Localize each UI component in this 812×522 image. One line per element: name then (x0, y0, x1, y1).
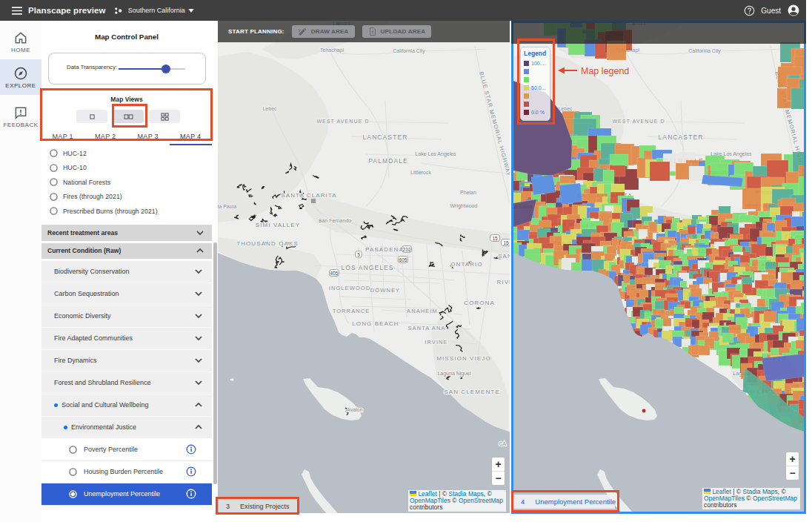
svg-text:15: 15 (492, 236, 498, 241)
svg-text:PALMDALE: PALMDALE (368, 157, 408, 165)
svg-text:405: 405 (330, 271, 339, 276)
svg-text:Wrightwood: Wrightwood (450, 203, 478, 209)
svg-text:605: 605 (399, 257, 407, 262)
svg-text:SANTA ANA: SANTA ANA (407, 325, 445, 331)
svg-text:LONG BEACH: LONG BEACH (352, 320, 399, 327)
svg-text:Santa Paula: Santa Paula (218, 204, 236, 209)
svg-text:Lebec: Lebec (262, 106, 277, 111)
svg-text:SANTA CLARITA: SANTA CLARITA (281, 192, 336, 199)
svg-text:5: 5 (357, 252, 360, 257)
svg-text:California City: California City (688, 48, 721, 54)
svg-text:ANAHEIM: ANAHEIM (407, 308, 438, 314)
svg-text:Lebec: Lebec (558, 106, 573, 111)
svg-text:WEST AVENUE D: WEST AVENUE D (316, 119, 369, 124)
svg-text:INGLEWOOD: INGLEWOOD (329, 285, 371, 291)
svg-text:Laguna Niguel: Laguna Niguel (437, 371, 471, 377)
svg-text:SIMI VALLEY: SIMI VALLEY (256, 222, 300, 228)
svg-text:CA: CA (499, 441, 506, 446)
svg-text:Littlerock: Littlerock (410, 170, 432, 175)
svg-text:Avalon: Avalon (347, 407, 362, 412)
svg-text:LOS ANGELES: LOS ANGELES (341, 264, 393, 271)
svg-text:MISSION VIEJO: MISSION VIEJO (436, 355, 490, 362)
svg-text:California City: California City (393, 48, 425, 54)
svg-text:Tehachapi: Tehachapi (320, 47, 344, 53)
svg-text:Lake Los Angeles: Lake Los Angeles (415, 151, 456, 157)
svg-text:RIVE: RIVE (496, 279, 510, 285)
svg-text:Phelan: Phelan (460, 190, 476, 195)
svg-text:THOUSAND OAKS: THOUSAND OAKS (236, 240, 299, 247)
svg-text:DOWNEY: DOWNEY (370, 287, 400, 294)
svg-text:210: 210 (403, 247, 411, 252)
svg-text:LANCASTER: LANCASTER (363, 133, 408, 141)
svg-text:CORONA: CORONA (464, 300, 495, 306)
svg-text:15: 15 (503, 240, 509, 245)
svg-text:ONTARIO: ONTARIO (450, 261, 483, 268)
svg-text:SAN CLEMENTE: SAN CLEMENTE (444, 389, 499, 395)
svg-text:PASADENA: PASADENA (365, 246, 404, 253)
svg-text:LANCASTER: LANCASTER (659, 133, 704, 141)
svg-text:IRVINE: IRVINE (425, 339, 447, 346)
svg-text:San Fernando: San Fernando (319, 218, 351, 223)
svg-text:WEST AVENUE D: WEST AVENUE D (612, 119, 665, 124)
svg-text:TORRANCE: TORRANCE (333, 308, 370, 314)
svg-text:SAN: SAN (498, 253, 510, 260)
